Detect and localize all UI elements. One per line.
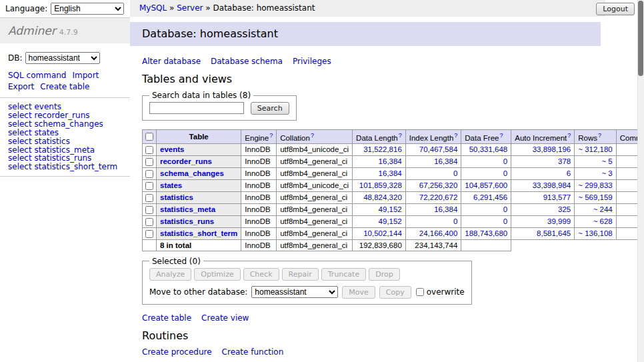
- index-length-link[interactable]: 67,256,320: [419, 181, 458, 189]
- rows-cell: ~ 312,180: [575, 143, 616, 155]
- db-action-alter-database[interactable]: Alter database: [142, 57, 201, 66]
- rows-link[interactable]: ~ 569,159: [578, 193, 612, 201]
- sidebar-table-schema-changes[interactable]: select schema_changes: [8, 120, 122, 129]
- index-length-link[interactable]: 0: [453, 169, 457, 177]
- table-link-states[interactable]: states: [160, 181, 182, 189]
- routine-create-procedure[interactable]: Create procedure: [142, 347, 212, 357]
- data-free-link[interactable]: 0: [503, 217, 507, 225]
- select-all-checkbox[interactable]: [145, 133, 153, 141]
- column-help-link[interactable]: ?: [499, 132, 503, 139]
- auto-increment-link[interactable]: 325: [558, 205, 571, 213]
- row-checkbox-states[interactable]: [145, 182, 153, 190]
- overwrite-checkbox[interactable]: [416, 288, 424, 296]
- auto-increment-link[interactable]: 33,398,984: [533, 181, 571, 189]
- column-help-link[interactable]: ?: [567, 132, 571, 139]
- sidebar-link-sql-command[interactable]: SQL command: [8, 71, 66, 80]
- routine-create-function[interactable]: Create function: [222, 347, 284, 357]
- data-free-link[interactable]: 6,291,456: [473, 193, 507, 201]
- index-length-link[interactable]: 72,220,672: [419, 193, 458, 201]
- rows-link[interactable]: ~ 299,833: [578, 181, 612, 189]
- search-button[interactable]: Search: [251, 102, 289, 115]
- sidebar-table-states[interactable]: select states: [8, 129, 122, 137]
- data-length-link[interactable]: 101,859,328: [359, 181, 402, 189]
- data-length-link[interactable]: 49,152: [379, 205, 402, 213]
- data-length-link[interactable]: 48,824,320: [363, 193, 402, 201]
- sidebar-link-create-table[interactable]: Create table: [40, 82, 89, 91]
- row-checkbox-statistics[interactable]: [145, 194, 153, 202]
- logout-button[interactable]: Logout: [596, 3, 635, 15]
- sidebar-table-events[interactable]: select events: [8, 103, 122, 111]
- sidebar-link-export[interactable]: Export: [8, 82, 34, 91]
- table-link-recorder-runs[interactable]: recorder_runs: [160, 157, 212, 165]
- data-free-link[interactable]: 0: [503, 205, 507, 213]
- table-link-statistics[interactable]: statistics: [160, 193, 193, 201]
- db-action-database-schema[interactable]: Database schema: [211, 57, 283, 66]
- table-link-schema-changes[interactable]: schema_changes: [160, 169, 224, 177]
- data-free-link[interactable]: 188,743,680: [465, 229, 507, 237]
- collation-cell: utf8mb4_general_ci: [277, 167, 353, 179]
- data-length-link[interactable]: 16,384: [379, 157, 402, 165]
- index-length-link[interactable]: 70,467,584: [419, 145, 458, 153]
- auto-increment-link[interactable]: 39,999: [547, 217, 571, 225]
- auto-increment-link[interactable]: 6: [567, 169, 571, 177]
- sidebar-table-recorder-runs[interactable]: select recorder_runs: [8, 111, 122, 120]
- auto-increment-link[interactable]: 378: [558, 157, 571, 165]
- collation-cell: utf8mb4_general_ci: [277, 215, 353, 227]
- rows-link[interactable]: ~ 628: [593, 217, 613, 225]
- index-length-link[interactable]: 24,166,400: [419, 229, 458, 237]
- rows-cell: ~ 136,108: [575, 227, 616, 239]
- table-name-cell: recorder_runs: [157, 155, 241, 167]
- column-help-link[interactable]: ?: [399, 132, 402, 139]
- check-button: Check: [243, 268, 279, 281]
- sidebar-link-import[interactable]: Import: [72, 71, 99, 80]
- column-help-link[interactable]: ?: [269, 132, 273, 139]
- db-action-privileges[interactable]: Privileges: [293, 57, 331, 66]
- data-free-link[interactable]: 50,331,648: [469, 145, 508, 153]
- rows-link[interactable]: ~ 5: [601, 157, 612, 165]
- data-free-link[interactable]: 104,857,600: [465, 181, 507, 189]
- index-length-link[interactable]: 0: [453, 217, 457, 225]
- rows-link[interactable]: ~ 136,108: [578, 229, 612, 237]
- column-help-link[interactable]: ?: [454, 132, 457, 139]
- scrollbar[interactable]: [637, 0, 644, 362]
- auto-increment-link[interactable]: 913,577: [543, 193, 571, 201]
- rows-link[interactable]: ~ 244: [593, 205, 613, 213]
- rows-link[interactable]: ~ 312,180: [578, 145, 612, 153]
- data-free-link[interactable]: 0: [503, 169, 507, 177]
- table-link-statistics-runs[interactable]: statistics_runs: [160, 217, 214, 225]
- index-length-link[interactable]: 16,384: [434, 157, 457, 165]
- create-create-table[interactable]: Create table: [142, 313, 191, 323]
- row-checkbox-statistics-short-term[interactable]: [145, 230, 153, 238]
- table-link-statistics-short-term[interactable]: statistics_short_term: [160, 229, 237, 237]
- create-create-view[interactable]: Create view: [201, 313, 249, 323]
- scrollbar-thumb[interactable]: [638, 1, 643, 76]
- row-checkbox-statistics-runs[interactable]: [145, 218, 153, 226]
- data-length-link[interactable]: 16,384: [379, 169, 402, 177]
- adminer-logo[interactable]: Adminer: [8, 24, 56, 37]
- index-length-link[interactable]: 16,384: [434, 205, 457, 213]
- data-length-link[interactable]: 49,152: [379, 217, 402, 225]
- breadcrumb-link-server[interactable]: Server: [177, 3, 203, 13]
- table-link-events[interactable]: events: [160, 145, 184, 153]
- column-help-link[interactable]: ?: [598, 132, 601, 139]
- engine-cell: InnoDB: [241, 155, 277, 167]
- sidebar-table-statistics-short-term[interactable]: select statistics_short_term: [8, 163, 122, 171]
- data-length-link[interactable]: 10,502,144: [363, 229, 402, 237]
- move-db-select[interactable]: homeassistant: [251, 286, 338, 298]
- breadcrumb-link-mysql[interactable]: MySQL: [139, 3, 167, 13]
- sidebar-table-statistics[interactable]: select statistics: [8, 137, 122, 146]
- auto-increment-link[interactable]: 33,898,196: [533, 145, 571, 153]
- data-free-link[interactable]: 0: [503, 157, 507, 165]
- row-checkbox-recorder-runs[interactable]: [145, 158, 153, 166]
- table-link-statistics-meta[interactable]: statistics_meta: [160, 205, 215, 213]
- data-length-link[interactable]: 31,522,816: [363, 145, 402, 153]
- rows-link[interactable]: ~ 3: [601, 169, 612, 177]
- row-checkbox-statistics-meta[interactable]: [145, 206, 153, 214]
- row-checkbox-schema-changes[interactable]: [145, 170, 153, 178]
- search-input[interactable]: [149, 102, 244, 114]
- column-help-link[interactable]: ?: [311, 132, 314, 139]
- auto-increment-link[interactable]: 8,581,645: [537, 229, 571, 237]
- db-select[interactable]: homeassistant: [25, 52, 100, 64]
- language-select[interactable]: English: [51, 3, 124, 15]
- row-checkbox-events[interactable]: [145, 146, 153, 154]
